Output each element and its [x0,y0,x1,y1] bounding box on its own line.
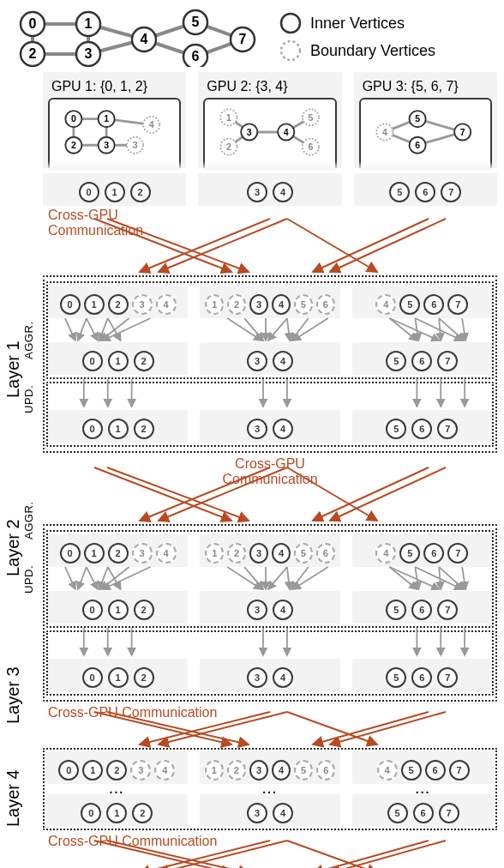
layer2-box: 01234 123456 4567 012 34 567 [43,524,497,702]
vertex-6: 6 [316,294,335,315]
svg-text:2: 2 [29,46,37,61]
vertex-5: 5 [386,667,406,688]
vertex-6: 6 [411,600,432,620]
vertex-6: 6 [423,294,444,315]
vertex-2: 2 [132,803,153,823]
svg-line-130 [268,567,287,589]
comm2-arrows [43,488,497,522]
svg-text:2: 2 [226,142,231,152]
gpu-columns: GPU 1: {0, 1, 2} 0 1 2 3 4 [43,72,497,168]
vertex-5: 5 [386,419,406,439]
vertex-0: 0 [82,667,103,688]
vertex-7: 7 [439,803,459,823]
vertex-4: 4 [272,760,291,781]
svg-text:1: 1 [226,112,231,123]
svg-text:4: 4 [284,127,289,137]
layer2-upd: 012 34 567 [46,630,494,696]
svg-line-121 [78,567,87,589]
svg-text:7: 7 [239,32,247,46]
layer1-aggr: 01234 123456 4567 [46,281,494,379]
vertex-3: 3 [132,294,153,315]
vertex-6: 6 [415,182,435,202]
vertex-5: 5 [399,294,420,315]
vertex-3: 3 [247,182,267,202]
svg-text:1: 1 [104,113,109,124]
svg-point-27 [281,41,300,60]
vertex-3: 3 [247,803,267,823]
svg-line-94 [268,318,287,341]
vertex-1: 1 [82,760,103,781]
svg-text:3: 3 [247,127,252,137]
vertex-1: 1 [105,182,125,202]
vertex-5: 5 [294,760,313,781]
vertex-7: 7 [441,182,461,202]
vertex-5: 5 [387,803,408,823]
layer3-label: Layer 3 [3,666,23,724]
svg-text:5: 5 [415,113,420,124]
svg-text:4: 4 [382,127,387,137]
layer2-aggr: 01234 123456 4567 012 34 567 [46,530,494,628]
svg-line-91 [227,318,261,341]
svg-line-127 [227,567,261,589]
vertex-2: 2 [108,543,129,564]
legend-inner-label: Inner Vertices [310,15,405,33]
legend-boundary-label: Boundary Vertices [310,42,435,60]
gpu2-col: GPU 2: {3, 4} 3 4 1 2 5 [198,72,341,168]
vertex-3: 3 [247,600,267,620]
vertex-6: 6 [316,760,335,781]
layer3-box: 01234 123456 4567 ... ... ... 012 34 567 [43,748,497,830]
vertex-7: 7 [449,760,470,781]
gpu1-col: GPU 1: {0, 1, 2} 0 1 2 3 4 [43,72,186,168]
svg-line-140 [462,567,465,589]
vertex-2: 2 [227,543,246,564]
vertex-4: 4 [273,803,293,823]
vertex-6: 6 [425,760,446,781]
gpu3-title: GPU 3: {5, 6, 7} [359,79,492,94]
legend: Inner Vertices Boundary Vertices [279,12,435,62]
svg-text:4: 4 [141,32,148,46]
gpu2-title: GPU 2: {3, 4} [203,79,336,94]
vertex-0: 0 [82,351,103,371]
vertex-1: 1 [205,760,224,781]
vertex-5: 5 [389,182,410,202]
gpu2-partition: 3 4 1 2 5 6 [203,98,336,168]
vertex-4: 4 [273,600,293,620]
svg-text:7: 7 [459,127,465,137]
vertex-2: 2 [134,351,154,371]
top-row: 0 1 2 3 4 5 6 7 Inner Vertices Boundary … [7,7,497,67]
vertex-1: 1 [205,543,224,564]
svg-line-139 [439,567,464,589]
vertex-3: 3 [247,351,267,371]
vertex-4: 4 [154,760,175,781]
vertex-4: 4 [156,294,177,315]
vertex-1: 1 [106,803,127,823]
layer1-box: 01234 123456 4567 [43,275,497,453]
global-graph: 0 1 2 3 4 5 6 7 [7,7,264,67]
vertex-4: 4 [156,543,177,564]
vertex-4: 4 [377,760,398,781]
svg-line-132 [291,567,309,589]
svg-line-95 [287,318,290,341]
legend-boundary: Boundary Vertices [279,39,435,62]
vertex-4: 4 [273,182,293,202]
vertex-1: 1 [108,667,129,688]
gpu1-partition: 0 1 2 3 4 3 [48,98,181,168]
vertex-0: 0 [82,600,103,620]
svg-line-122 [87,567,98,589]
vertex-7: 7 [437,600,458,620]
vertex-7: 7 [447,294,468,315]
aggr1-arrows [48,318,492,342]
vertex-5: 5 [399,543,420,564]
vertex-1: 1 [108,419,129,439]
vertex-7: 7 [437,351,458,371]
svg-line-133 [293,567,328,589]
vertex-1: 1 [108,600,129,620]
svg-line-120 [65,567,75,589]
svg-line-97 [293,318,328,341]
vertex-7: 7 [437,667,458,688]
svg-text:5: 5 [309,112,314,123]
layer1-upd: 012 34 567 [46,382,494,447]
vertex-3: 3 [247,419,267,439]
svg-line-138 [439,567,441,589]
vertex-0: 0 [79,182,99,202]
